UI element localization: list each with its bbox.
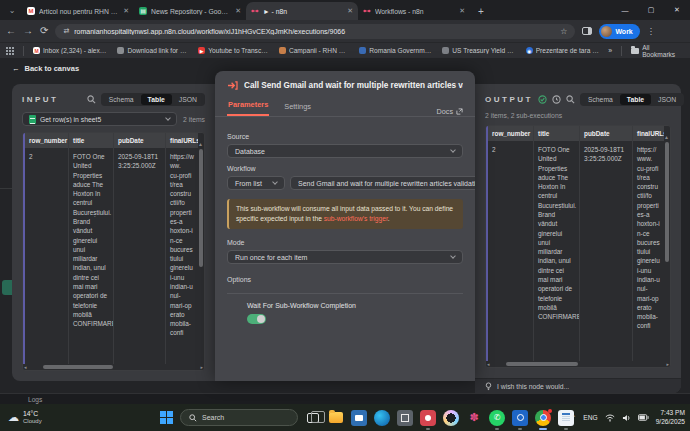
mode-select[interactable]: Run once for each item <box>227 250 463 264</box>
office-app-icon[interactable] <box>397 410 413 426</box>
photos-icon[interactable]: ✽ <box>466 410 482 426</box>
table-cell[interactable]: 2 <box>488 141 533 361</box>
taskbar-search[interactable]: Search <box>180 409 298 426</box>
side-panel-icon[interactable] <box>582 27 592 35</box>
tab-schema[interactable]: Schema <box>102 94 141 105</box>
table-cell[interactable]: https://www. cu-profit/rea constructii/f… <box>633 141 664 361</box>
scroll-right-icon[interactable]: ▸ <box>200 365 203 370</box>
column-header[interactable]: row_number <box>25 133 68 148</box>
close-button[interactable]: ✕ <box>664 0 690 20</box>
weather-widget[interactable]: ☁ 14°C Cloudy <box>8 410 42 425</box>
scroll-left-icon[interactable]: ◂ <box>487 362 490 367</box>
tab-settings[interactable]: Settings <box>283 98 312 116</box>
logs-bar[interactable]: Logs <box>0 393 690 404</box>
column-header[interactable]: pubDate <box>580 126 632 141</box>
vertical-scrollbar[interactable] <box>199 147 203 362</box>
whatsapp-icon[interactable]: ✆ <box>489 410 505 426</box>
horizontal-scrollbar[interactable] <box>492 362 664 366</box>
column-header[interactable]: row_number <box>488 126 533 141</box>
tab-close-icon[interactable]: ✕ <box>235 7 241 15</box>
bookmark-item[interactable]: ▶ Youtube to Transcri... <box>198 47 270 54</box>
subworkflow-trigger-link[interactable]: sub-workflow's trigger <box>324 215 388 222</box>
browser-tab-workflows[interactable]: Workflows - n8n ✕ <box>358 2 470 20</box>
wifi-icon[interactable] <box>605 414 615 422</box>
minimize-button[interactable]: — <box>612 0 638 20</box>
docs-link[interactable]: Docs <box>437 107 463 116</box>
bookmark-item[interactable]: Campanii - RHN —... <box>279 47 350 54</box>
back-icon[interactable]: ← <box>6 26 16 36</box>
bookmark-item[interactable]: Download link for S... <box>117 47 189 54</box>
node-feedback-button[interactable]: I wish this node would... <box>475 378 681 393</box>
horizontal-scrollbar[interactable] <box>29 365 198 369</box>
new-tab-button[interactable]: + <box>474 4 488 18</box>
store-icon[interactable] <box>351 410 367 426</box>
bookmark-item[interactable]: ◉ Prezentare de tara -... <box>526 47 600 54</box>
table-cell[interactable]: FOTO One United Properties aduce The Hox… <box>69 148 113 364</box>
browser-tab-n8n-active[interactable]: ► - n8n ✕ <box>246 2 358 20</box>
site-info-icon[interactable]: ⇄ <box>63 27 69 35</box>
all-bookmarks-button[interactable]: All Bookmarks <box>631 44 684 58</box>
file-explorer-icon[interactable] <box>328 410 344 426</box>
tab-schema[interactable]: Schema <box>581 94 620 105</box>
browser-tab-gmail[interactable]: M Articol nou pentru RHN - alexa ✕ <box>22 2 134 20</box>
copilot-icon[interactable] <box>443 410 459 426</box>
scroll-right-icon[interactable]: ▸ <box>666 362 669 367</box>
apps-grid-icon[interactable] <box>6 47 14 55</box>
bookmark-item[interactable]: Romania Governme... <box>359 47 433 54</box>
search-icon[interactable] <box>87 95 96 104</box>
tab-search-chevron-icon[interactable]: ⌄ <box>4 2 20 18</box>
browser-tab-sheets[interactable]: ▤ News Repository - Google She ✕ <box>134 2 246 20</box>
outlook-icon[interactable] <box>512 410 528 426</box>
column-header[interactable]: finalURLs <box>633 126 664 141</box>
input-data-table[interactable]: row_number 2 title FOTO One United Prope… <box>22 132 205 371</box>
battery-icon[interactable] <box>638 414 649 421</box>
pcloud-icon[interactable] <box>420 410 436 426</box>
task-view-icon[interactable] <box>305 410 321 426</box>
workflow-select[interactable]: Send Gmail and wait for multiple rewritt… <box>290 176 475 190</box>
tab-json[interactable]: JSON <box>651 94 683 105</box>
tray-chevron-icon[interactable]: ⌃ <box>571 414 577 422</box>
search-icon[interactable] <box>566 95 575 104</box>
column-header[interactable]: pubDate <box>114 133 165 148</box>
menu-kebab-icon[interactable]: ⋮ <box>647 27 655 36</box>
table-cell[interactable]: https://www. cu-profit/rea constructii/f… <box>166 148 198 364</box>
tab-table[interactable]: Table <box>141 94 172 105</box>
maximize-button[interactable]: ▢ <box>638 0 664 20</box>
table-cell[interactable]: 2 <box>25 148 68 364</box>
column-header[interactable]: title <box>69 133 113 148</box>
output-data-table[interactable]: row_number 2 title FOTO One United Prope… <box>485 125 671 368</box>
source-select[interactable]: Database <box>227 144 463 158</box>
bookmark-item[interactable]: US Treasury Yield C... <box>442 47 516 54</box>
profile-button[interactable]: Work <box>599 24 639 39</box>
reload-icon[interactable]: ⟳ <box>40 26 48 36</box>
edge-icon[interactable] <box>374 410 390 426</box>
input-node-selector[interactable]: Get row(s) in sheet5 <box>22 112 177 126</box>
history-icon[interactable] <box>552 95 561 104</box>
tab-close-icon[interactable]: ✕ <box>123 7 129 15</box>
table-cell[interactable]: FOTO One United Properties aduce The Hox… <box>534 141 579 361</box>
wait-completion-toggle[interactable] <box>247 314 266 324</box>
table-cell[interactable]: 2025-09-18T13:25:25.000Z <box>580 141 632 361</box>
tab-json[interactable]: JSON <box>172 94 204 105</box>
bookmark-item[interactable]: M Inbox (2,324) - alexa... <box>33 47 108 54</box>
forward-icon[interactable]: → <box>23 26 33 36</box>
workflow-mode-select[interactable]: From list <box>227 176 285 190</box>
tab-close-icon[interactable]: ✕ <box>347 7 353 15</box>
tab-parameters[interactable]: Parameters <box>227 96 269 116</box>
bookmarks-overflow-icon[interactable]: » <box>608 47 612 54</box>
column-header[interactable]: finalURLs <box>166 133 198 148</box>
tab-table[interactable]: Table <box>620 94 651 105</box>
volume-icon[interactable] <box>622 414 631 422</box>
address-bar[interactable]: ⇄ romanianhospitalitynwsl.app.n8n.cloud/… <box>55 24 575 39</box>
taskbar-clock[interactable]: 7:43 PM 9/26/2025 <box>656 409 685 425</box>
vertical-scrollbar[interactable] <box>665 140 669 359</box>
chrome-icon[interactable] <box>535 410 551 426</box>
back-to-canvas-button[interactable]: ← Back to canvas <box>12 64 79 73</box>
column-header[interactable]: title <box>534 126 579 141</box>
tab-close-icon[interactable]: ✕ <box>459 7 465 15</box>
bookmark-star-icon[interactable]: ☆ <box>560 27 567 36</box>
start-button[interactable] <box>160 411 173 424</box>
url-text[interactable]: romanianhospitalitynwsl.app.n8n.cloud/wo… <box>74 28 555 35</box>
language-indicator[interactable]: ENG <box>583 414 597 421</box>
scroll-left-icon[interactable]: ◂ <box>24 365 27 370</box>
